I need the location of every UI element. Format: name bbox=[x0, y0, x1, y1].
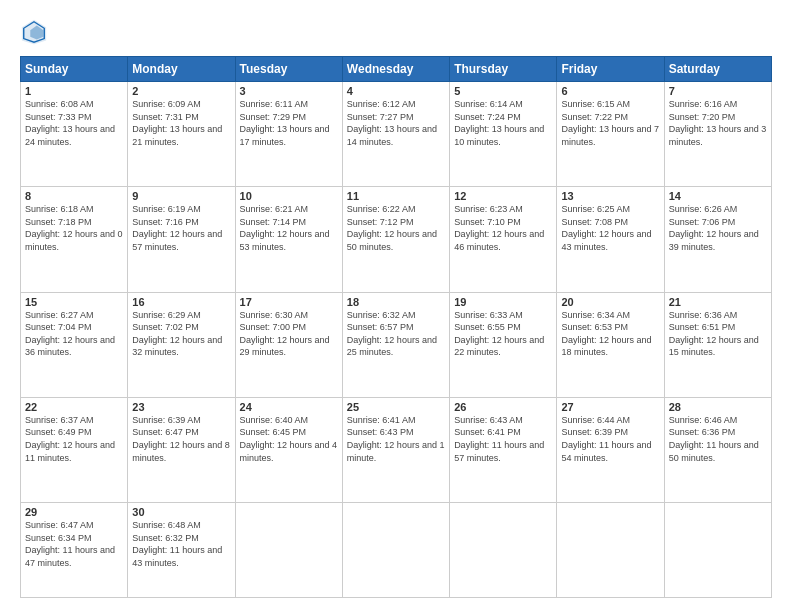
calendar-table: SundayMondayTuesdayWednesdayThursdayFrid… bbox=[20, 56, 772, 598]
day-cell: 18 Sunrise: 6:32 AMSunset: 6:57 PMDaylig… bbox=[342, 292, 449, 397]
day-info: Sunrise: 6:40 AMSunset: 6:45 PMDaylight:… bbox=[240, 415, 338, 463]
weekday-header-tuesday: Tuesday bbox=[235, 57, 342, 82]
day-cell: 26 Sunrise: 6:43 AMSunset: 6:41 PMDaylig… bbox=[450, 397, 557, 502]
day-info: Sunrise: 6:33 AMSunset: 6:55 PMDaylight:… bbox=[454, 310, 544, 358]
day-number: 1 bbox=[25, 85, 123, 97]
day-info: Sunrise: 6:36 AMSunset: 6:51 PMDaylight:… bbox=[669, 310, 759, 358]
day-number: 28 bbox=[669, 401, 767, 413]
day-cell: 11 Sunrise: 6:22 AMSunset: 7:12 PMDaylig… bbox=[342, 187, 449, 292]
day-info: Sunrise: 6:09 AMSunset: 7:31 PMDaylight:… bbox=[132, 99, 222, 147]
day-info: Sunrise: 6:08 AMSunset: 7:33 PMDaylight:… bbox=[25, 99, 115, 147]
weekday-header-thursday: Thursday bbox=[450, 57, 557, 82]
header bbox=[20, 18, 772, 46]
day-cell: 5 Sunrise: 6:14 AMSunset: 7:24 PMDayligh… bbox=[450, 82, 557, 187]
day-info: Sunrise: 6:12 AMSunset: 7:27 PMDaylight:… bbox=[347, 99, 437, 147]
day-cell: 7 Sunrise: 6:16 AMSunset: 7:20 PMDayligh… bbox=[664, 82, 771, 187]
day-cell: 13 Sunrise: 6:25 AMSunset: 7:08 PMDaylig… bbox=[557, 187, 664, 292]
day-cell: 12 Sunrise: 6:23 AMSunset: 7:10 PMDaylig… bbox=[450, 187, 557, 292]
day-cell bbox=[235, 503, 342, 598]
day-number: 2 bbox=[132, 85, 230, 97]
day-info: Sunrise: 6:23 AMSunset: 7:10 PMDaylight:… bbox=[454, 204, 544, 252]
day-cell: 10 Sunrise: 6:21 AMSunset: 7:14 PMDaylig… bbox=[235, 187, 342, 292]
weekday-header-wednesday: Wednesday bbox=[342, 57, 449, 82]
day-number: 15 bbox=[25, 296, 123, 308]
day-number: 30 bbox=[132, 506, 230, 518]
day-cell: 23 Sunrise: 6:39 AMSunset: 6:47 PMDaylig… bbox=[128, 397, 235, 502]
day-number: 20 bbox=[561, 296, 659, 308]
day-info: Sunrise: 6:30 AMSunset: 7:00 PMDaylight:… bbox=[240, 310, 330, 358]
day-info: Sunrise: 6:48 AMSunset: 6:32 PMDaylight:… bbox=[132, 520, 222, 568]
day-info: Sunrise: 6:16 AMSunset: 7:20 PMDaylight:… bbox=[669, 99, 767, 147]
day-info: Sunrise: 6:43 AMSunset: 6:41 PMDaylight:… bbox=[454, 415, 544, 463]
day-cell: 14 Sunrise: 6:26 AMSunset: 7:06 PMDaylig… bbox=[664, 187, 771, 292]
day-cell: 15 Sunrise: 6:27 AMSunset: 7:04 PMDaylig… bbox=[21, 292, 128, 397]
week-row-3: 15 Sunrise: 6:27 AMSunset: 7:04 PMDaylig… bbox=[21, 292, 772, 397]
day-number: 4 bbox=[347, 85, 445, 97]
day-number: 21 bbox=[669, 296, 767, 308]
day-cell bbox=[342, 503, 449, 598]
day-number: 6 bbox=[561, 85, 659, 97]
day-info: Sunrise: 6:47 AMSunset: 6:34 PMDaylight:… bbox=[25, 520, 115, 568]
weekday-header-friday: Friday bbox=[557, 57, 664, 82]
day-number: 17 bbox=[240, 296, 338, 308]
day-number: 10 bbox=[240, 190, 338, 202]
day-cell: 3 Sunrise: 6:11 AMSunset: 7:29 PMDayligh… bbox=[235, 82, 342, 187]
day-info: Sunrise: 6:22 AMSunset: 7:12 PMDaylight:… bbox=[347, 204, 437, 252]
day-cell: 17 Sunrise: 6:30 AMSunset: 7:00 PMDaylig… bbox=[235, 292, 342, 397]
day-number: 24 bbox=[240, 401, 338, 413]
day-number: 11 bbox=[347, 190, 445, 202]
day-number: 8 bbox=[25, 190, 123, 202]
page: SundayMondayTuesdayWednesdayThursdayFrid… bbox=[0, 0, 792, 612]
day-info: Sunrise: 6:27 AMSunset: 7:04 PMDaylight:… bbox=[25, 310, 115, 358]
logo-icon bbox=[20, 18, 48, 46]
day-cell: 29 Sunrise: 6:47 AMSunset: 6:34 PMDaylig… bbox=[21, 503, 128, 598]
day-number: 22 bbox=[25, 401, 123, 413]
day-cell: 19 Sunrise: 6:33 AMSunset: 6:55 PMDaylig… bbox=[450, 292, 557, 397]
day-info: Sunrise: 6:41 AMSunset: 6:43 PMDaylight:… bbox=[347, 415, 445, 463]
week-row-2: 8 Sunrise: 6:18 AMSunset: 7:18 PMDayligh… bbox=[21, 187, 772, 292]
day-number: 27 bbox=[561, 401, 659, 413]
day-cell bbox=[664, 503, 771, 598]
day-cell: 20 Sunrise: 6:34 AMSunset: 6:53 PMDaylig… bbox=[557, 292, 664, 397]
day-cell: 27 Sunrise: 6:44 AMSunset: 6:39 PMDaylig… bbox=[557, 397, 664, 502]
day-cell: 21 Sunrise: 6:36 AMSunset: 6:51 PMDaylig… bbox=[664, 292, 771, 397]
day-info: Sunrise: 6:21 AMSunset: 7:14 PMDaylight:… bbox=[240, 204, 330, 252]
day-number: 5 bbox=[454, 85, 552, 97]
day-info: Sunrise: 6:39 AMSunset: 6:47 PMDaylight:… bbox=[132, 415, 230, 463]
day-info: Sunrise: 6:25 AMSunset: 7:08 PMDaylight:… bbox=[561, 204, 651, 252]
day-info: Sunrise: 6:29 AMSunset: 7:02 PMDaylight:… bbox=[132, 310, 222, 358]
weekday-header-row: SundayMondayTuesdayWednesdayThursdayFrid… bbox=[21, 57, 772, 82]
day-cell bbox=[557, 503, 664, 598]
day-number: 3 bbox=[240, 85, 338, 97]
day-number: 25 bbox=[347, 401, 445, 413]
day-cell: 16 Sunrise: 6:29 AMSunset: 7:02 PMDaylig… bbox=[128, 292, 235, 397]
day-cell bbox=[450, 503, 557, 598]
week-row-4: 22 Sunrise: 6:37 AMSunset: 6:49 PMDaylig… bbox=[21, 397, 772, 502]
day-number: 19 bbox=[454, 296, 552, 308]
weekday-header-sunday: Sunday bbox=[21, 57, 128, 82]
day-info: Sunrise: 6:46 AMSunset: 6:36 PMDaylight:… bbox=[669, 415, 759, 463]
day-info: Sunrise: 6:32 AMSunset: 6:57 PMDaylight:… bbox=[347, 310, 437, 358]
weekday-header-monday: Monday bbox=[128, 57, 235, 82]
day-cell: 22 Sunrise: 6:37 AMSunset: 6:49 PMDaylig… bbox=[21, 397, 128, 502]
week-row-5: 29 Sunrise: 6:47 AMSunset: 6:34 PMDaylig… bbox=[21, 503, 772, 598]
day-number: 23 bbox=[132, 401, 230, 413]
day-cell: 4 Sunrise: 6:12 AMSunset: 7:27 PMDayligh… bbox=[342, 82, 449, 187]
day-number: 9 bbox=[132, 190, 230, 202]
day-info: Sunrise: 6:34 AMSunset: 6:53 PMDaylight:… bbox=[561, 310, 651, 358]
day-number: 7 bbox=[669, 85, 767, 97]
day-cell: 28 Sunrise: 6:46 AMSunset: 6:36 PMDaylig… bbox=[664, 397, 771, 502]
day-number: 12 bbox=[454, 190, 552, 202]
week-row-1: 1 Sunrise: 6:08 AMSunset: 7:33 PMDayligh… bbox=[21, 82, 772, 187]
day-info: Sunrise: 6:44 AMSunset: 6:39 PMDaylight:… bbox=[561, 415, 651, 463]
day-number: 13 bbox=[561, 190, 659, 202]
day-number: 16 bbox=[132, 296, 230, 308]
day-cell: 2 Sunrise: 6:09 AMSunset: 7:31 PMDayligh… bbox=[128, 82, 235, 187]
day-number: 18 bbox=[347, 296, 445, 308]
day-info: Sunrise: 6:15 AMSunset: 7:22 PMDaylight:… bbox=[561, 99, 659, 147]
day-cell: 6 Sunrise: 6:15 AMSunset: 7:22 PMDayligh… bbox=[557, 82, 664, 187]
day-number: 26 bbox=[454, 401, 552, 413]
day-cell: 25 Sunrise: 6:41 AMSunset: 6:43 PMDaylig… bbox=[342, 397, 449, 502]
day-number: 14 bbox=[669, 190, 767, 202]
day-cell: 24 Sunrise: 6:40 AMSunset: 6:45 PMDaylig… bbox=[235, 397, 342, 502]
